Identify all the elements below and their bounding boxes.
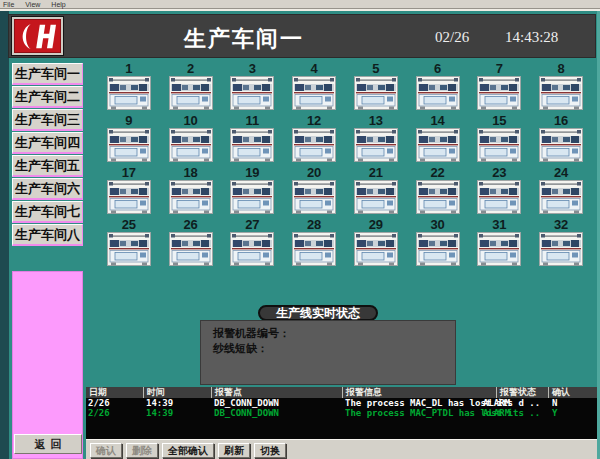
machine-cell[interactable]: 13 [345,115,407,163]
knitting-machine-icon [230,128,274,162]
alarm-point: DB_CONN_DOWN [214,398,279,408]
machine-cell[interactable]: 29 [345,219,407,267]
knitting-machine-icon [477,232,521,266]
menubar-item[interactable]: Help [51,1,65,8]
machine-number: 9 [125,115,132,127]
toolbar-button[interactable]: 确认 [90,443,122,458]
machine-number: 26 [183,219,197,231]
back-button[interactable]: 返回 [14,434,82,454]
machine-cell[interactable]: 23 [469,167,531,215]
sidebar-workshop-button[interactable]: 生产车间七 [12,201,83,223]
status-badge: 生产线实时状态 [258,305,378,321]
menubar-item[interactable]: File [3,1,14,8]
machine-grid: 1 [98,63,592,267]
sidebar-pink-panel [12,271,83,459]
machine-cell[interactable]: 15 [469,115,531,163]
machine-cell[interactable]: 4 [283,63,345,111]
alarm-message: The process MAC_DL has lost its d .. [345,398,540,408]
machine-cell[interactable]: 22 [407,167,469,215]
machine-cell[interactable]: 9 [98,115,160,163]
machine-number: 13 [369,115,383,127]
alarm-table-body: 2/26 14:39 DB_CONN_DOWN The process MAC_… [86,398,597,418]
machine-number: 27 [245,219,259,231]
machine-number: 15 [492,115,506,127]
machine-number: 21 [369,167,383,179]
knitting-machine-icon [292,128,336,162]
machine-cell[interactable]: 17 [98,167,160,215]
logo-icon [14,19,61,53]
machine-cell[interactable]: 6 [407,63,469,111]
machine-number: 12 [307,115,321,127]
knitting-machine-icon [230,232,274,266]
alarm-toolbar: 确认 删除 全部确认 刷新 切换 [86,439,597,459]
machine-number: 2 [187,63,194,75]
toolbar-button[interactable]: 全部确认 [162,443,214,458]
machine-cell[interactable]: 28 [283,219,345,267]
knitting-machine-icon [169,232,213,266]
knitting-machine-icon [107,128,151,162]
knitting-machine-icon [354,128,398,162]
knitting-machine-icon [169,180,213,214]
knitting-machine-icon [354,180,398,214]
knitting-machine-icon [169,76,213,110]
machine-cell[interactable]: 2 [160,63,222,111]
alarm-date: 2/26 [88,398,110,408]
sidebar-workshop-button[interactable]: 生产车间二 [12,86,83,108]
machine-number: 23 [492,167,506,179]
machine-cell[interactable]: 16 [530,115,592,163]
col-header-ack: 确认 [548,387,597,398]
sidebar-workshop-button[interactable]: 生产车间五 [12,155,83,177]
toolbar-button[interactable]: 刷新 [218,443,250,458]
col-header-alarm-message: 报警信息 [342,387,496,398]
knitting-machine-icon [477,76,521,110]
machine-cell[interactable]: 19 [222,167,284,215]
machine-cell[interactable]: 11 [222,115,284,163]
machine-cell[interactable]: 32 [530,219,592,267]
machine-number: 31 [492,219,506,231]
sidebar-workshop-button[interactable]: 生产车间三 [12,109,83,131]
machine-cell[interactable]: 14 [407,115,469,163]
menubar-item[interactable]: View [25,1,40,8]
machine-cell[interactable]: 1 [98,63,160,111]
toolbar-button[interactable]: 删除 [126,443,158,458]
machine-cell[interactable]: 25 [98,219,160,267]
machine-cell[interactable]: 12 [283,115,345,163]
toolbar-button[interactable]: 切换 [254,443,286,458]
knitting-machine-icon [169,128,213,162]
sidebar-workshop-button[interactable]: 生产车间四 [12,132,83,154]
sidebar-workshop-button[interactable]: 生产车间六 [12,178,83,200]
alarm-row[interactable]: 2/26 14:39 DB_CONN_DOWN The process MAC_… [86,398,597,408]
machine-number: 18 [183,167,197,179]
alarm-ack: N [552,398,557,408]
machine-cell[interactable]: 31 [469,219,531,267]
machine-cell[interactable]: 18 [160,167,222,215]
machine-cell[interactable]: 24 [530,167,592,215]
alarm-machine-number-label: 报警机器编号： [213,326,455,341]
knitting-machine-icon [539,128,583,162]
machine-cell[interactable]: 26 [160,219,222,267]
machine-cell[interactable]: 20 [283,167,345,215]
machine-cell[interactable]: 10 [160,115,222,163]
machine-cell[interactable]: 5 [345,63,407,111]
alarm-ack: Y [552,408,557,418]
col-header-date: 日期 [86,387,143,398]
machine-cell[interactable]: 27 [222,219,284,267]
sidebar-workshop-button[interactable]: 生产车间八 [12,224,83,246]
alarm-row[interactable]: 2/26 14:39 DB_CONN_DOWN The process MAC_… [86,408,597,418]
machine-cell[interactable]: 30 [407,219,469,267]
sidebar-workshop-button[interactable]: 生产车间一 [12,63,83,85]
machine-number: 20 [307,167,321,179]
machine-number: 19 [245,167,259,179]
machine-cell[interactable]: 21 [345,167,407,215]
machine-number: 29 [369,219,383,231]
knitting-machine-icon [416,232,460,266]
machine-number: 22 [430,167,444,179]
machine-cell[interactable]: 8 [530,63,592,111]
machine-number: 30 [430,219,444,231]
machine-number: 5 [372,63,379,75]
machine-cell[interactable]: 7 [469,63,531,111]
machine-number: 4 [311,63,318,75]
left-edge-strip [0,11,9,459]
machine-cell[interactable]: 3 [222,63,284,111]
knitting-machine-icon [539,232,583,266]
